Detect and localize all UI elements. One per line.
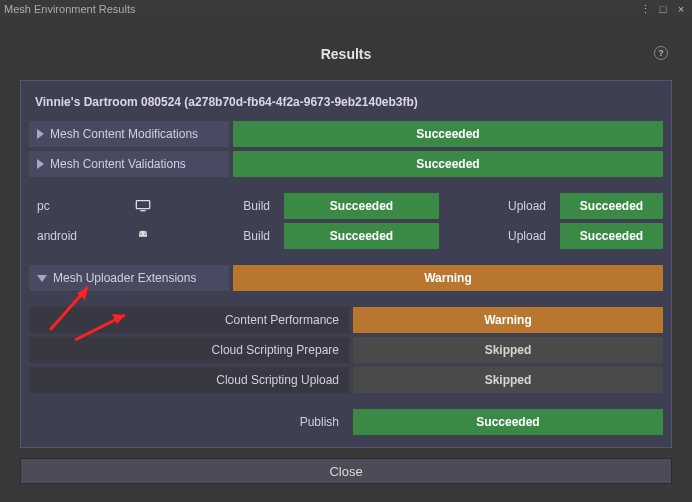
title-bar: Mesh Environment Results ⋮ □ × — [0, 0, 692, 18]
row-extensions-toggle[interactable]: Mesh Uploader Extensions — [29, 265, 229, 291]
platform-row-android: android Build Succeeded Upload Succeeded — [29, 223, 663, 249]
status-badge: Succeeded — [284, 223, 439, 249]
row-label: Mesh Content Modifications — [50, 127, 198, 141]
status-badge: Succeeded — [353, 409, 663, 435]
chevron-right-icon — [37, 159, 44, 169]
row-label: Mesh Uploader Extensions — [53, 271, 196, 285]
results-header: Results ? — [20, 46, 672, 68]
row-modifications: Mesh Content Modifications Succeeded — [29, 121, 663, 147]
status-badge: Succeeded — [233, 151, 663, 177]
monitor-icon — [123, 193, 163, 219]
chevron-down-icon — [37, 275, 47, 282]
build-label: Build — [167, 223, 280, 249]
status-badge: Succeeded — [560, 193, 663, 219]
row-label: Cloud Scripting Prepare — [29, 337, 349, 363]
status-badge: Skipped — [353, 337, 663, 363]
row-label: Mesh Content Validations — [50, 157, 186, 171]
row-publish: Publish Succeeded — [29, 409, 663, 435]
close-button[interactable]: Close — [20, 458, 672, 484]
row-validations: Mesh Content Validations Succeeded — [29, 151, 663, 177]
chevron-right-icon — [37, 129, 44, 139]
window-menu-icon[interactable]: ⋮ — [638, 3, 652, 16]
status-badge: Warning — [353, 307, 663, 333]
row-modifications-toggle[interactable]: Mesh Content Modifications — [29, 121, 229, 147]
svg-rect-0 — [136, 201, 149, 209]
status-badge: Succeeded — [233, 121, 663, 147]
row-label: Publish — [29, 409, 349, 435]
session-title: Vinnie's Dartroom 080524 (a278b70d-fb64-… — [29, 89, 663, 121]
platform-label: android — [29, 223, 119, 249]
status-badge: Warning — [233, 265, 663, 291]
panel-container: Results ? Vinnie's Dartroom 080524 (a278… — [0, 18, 692, 498]
row-validations-toggle[interactable]: Mesh Content Validations — [29, 151, 229, 177]
platform-row-pc: pc Build Succeeded Upload Succeeded — [29, 193, 663, 219]
build-label: Build — [167, 193, 280, 219]
row-label: Cloud Scripting Upload — [29, 367, 349, 393]
window-maximize-icon[interactable]: □ — [656, 3, 670, 16]
upload-label: Upload — [443, 193, 556, 219]
row-cloud-scripting-prepare: Cloud Scripting Prepare Skipped — [29, 337, 663, 363]
results-title: Results — [321, 46, 372, 62]
help-icon[interactable]: ? — [654, 46, 668, 60]
row-extensions: Mesh Uploader Extensions Warning — [29, 265, 663, 291]
svg-rect-1 — [140, 210, 145, 211]
results-panel: Vinnie's Dartroom 080524 (a278b70d-fb64-… — [20, 80, 672, 448]
upload-label: Upload — [443, 223, 556, 249]
platform-label: pc — [29, 193, 119, 219]
window-close-icon[interactable]: × — [674, 3, 688, 16]
row-label: Content Performance — [29, 307, 349, 333]
status-badge: Succeeded — [560, 223, 663, 249]
window-title: Mesh Environment Results — [4, 3, 638, 15]
android-icon — [123, 223, 163, 249]
row-content-performance: Content Performance Warning — [29, 307, 663, 333]
status-badge: Skipped — [353, 367, 663, 393]
row-cloud-scripting-upload: Cloud Scripting Upload Skipped — [29, 367, 663, 393]
window-controls: ⋮ □ × — [638, 3, 688, 16]
status-badge: Succeeded — [284, 193, 439, 219]
